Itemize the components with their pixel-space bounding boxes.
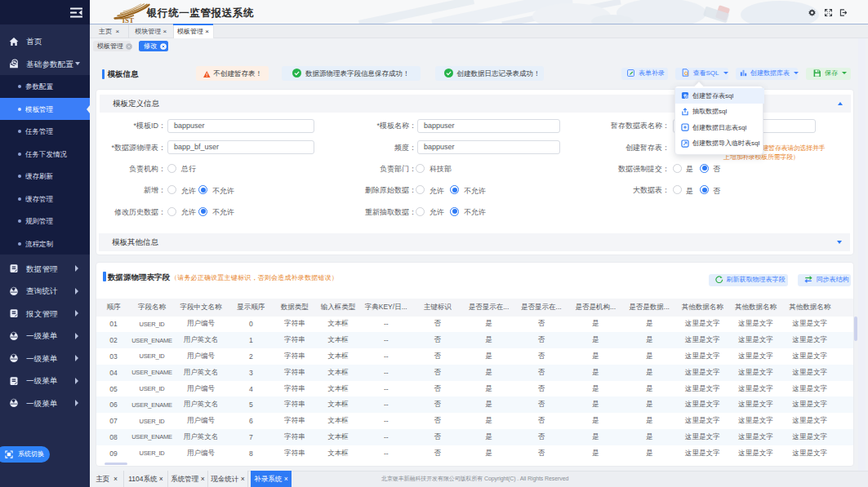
svg-text:IST: IST — [122, 16, 135, 24]
